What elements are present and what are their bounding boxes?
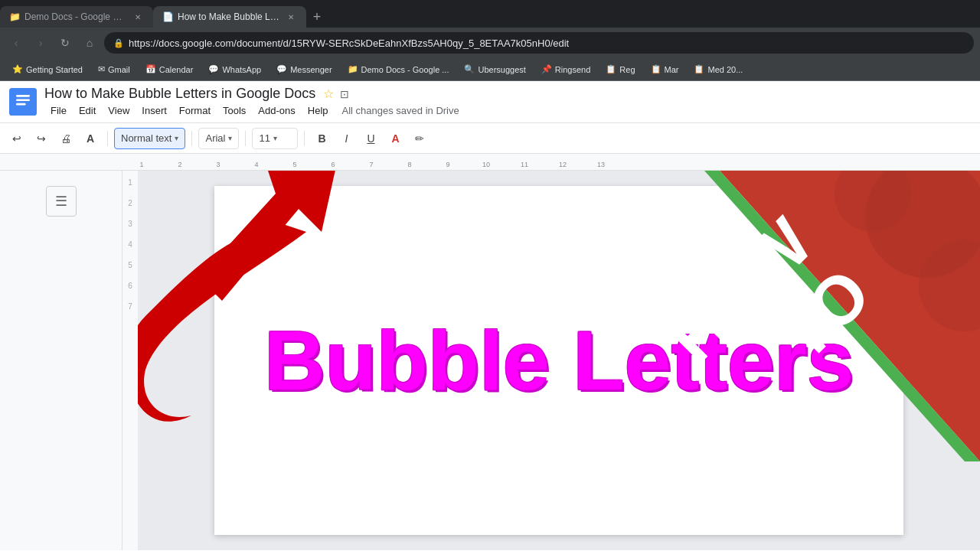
address-text: https://docs.google.com/document/d/15RYW…	[129, 37, 569, 49]
outline-icon[interactable]: ☰	[46, 186, 77, 217]
italic-button[interactable]: I	[335, 128, 357, 149]
bookmark-favicon-6: 📁	[348, 64, 358, 74]
bookmark-ubersuggest[interactable]: 🔍 Ubersuggest	[458, 63, 531, 76]
bookmark-messenger[interactable]: 💬 Messenger	[270, 63, 338, 76]
line-num-5: 5	[128, 261, 132, 269]
ruler-mark-6: 6	[314, 154, 352, 170]
bookmark-favicon-5: 💬	[276, 64, 287, 74]
ruler-mark-1: 1	[122, 154, 161, 170]
bookmarks-bar: ⭐ Getting Started ✉ Gmail 📅 Calendar 💬 W…	[0, 58, 980, 81]
underline-button[interactable]: U	[360, 128, 381, 149]
ruler: 1 2 3 4 5 6 7 8 9 10 11 12 13	[0, 154, 980, 171]
menu-insert[interactable]: Insert	[136, 103, 173, 118]
font-dropdown[interactable]: Arial ▾	[198, 128, 239, 149]
menu-format[interactable]: Format	[173, 103, 217, 118]
undo-button[interactable]: ↩	[6, 128, 28, 149]
docs-title-area: How to Make Bubble Letters in Google Doc…	[44, 86, 971, 118]
ruler-mark-11: 11	[505, 154, 544, 170]
menu-file[interactable]: File	[44, 103, 73, 118]
text-style-arrow: ▾	[175, 134, 178, 142]
tab-drive-close[interactable]: ✕	[132, 11, 144, 23]
present-icon[interactable]: ⊡	[340, 88, 349, 100]
toolbar-sep-1	[107, 131, 108, 146]
tab-bar: 📁 Demo Docs - Google Drive ✕ 📄 How to Ma…	[0, 0, 980, 28]
bookmark-favicon-8: 📌	[541, 64, 552, 74]
bookmark-getting-started[interactable]: ⭐ Getting Started	[6, 63, 89, 76]
bookmark-favicon-3: 📅	[145, 64, 156, 74]
bookmark-demo-docs[interactable]: 📁 Demo Docs - Google ...	[341, 63, 456, 76]
docs-body: ☰ 1 2 3 4 5 6 7 Bubble Letters	[0, 171, 980, 550]
ruler-mark-9: 9	[429, 154, 467, 170]
back-button[interactable]: ‹	[6, 33, 26, 53]
docs-saved-status: All changes saved in Drive	[342, 105, 459, 116]
svg-rect-2	[16, 99, 30, 101]
bookmark-favicon-1: ⭐	[12, 64, 23, 74]
ruler-mark-13: 13	[582, 154, 620, 170]
bubble-letters-text: Bubble Letters	[264, 318, 854, 403]
font-size-label: 11	[259, 132, 270, 144]
tab-docs[interactable]: 📄 How to Make Bubble Letters ... ✕	[153, 6, 306, 28]
line-num-4: 4	[128, 240, 132, 249]
ruler-mark-3: 3	[199, 154, 237, 170]
bookmark-favicon-9: 📋	[606, 64, 616, 74]
bookmark-gmail[interactable]: ✉ Gmail	[92, 63, 136, 76]
ruler-mark-8: 8	[390, 154, 429, 170]
star-icon[interactable]: ☆	[323, 86, 334, 101]
highlight-button[interactable]: ✏	[409, 128, 430, 149]
line-num-6: 6	[128, 282, 132, 290]
tab-docs-label: How to Make Bubble Letters ...	[178, 11, 280, 22]
svg-rect-3	[16, 103, 26, 106]
ruler-mark-5: 5	[276, 154, 314, 170]
bookmark-favicon-2: ✉	[98, 64, 105, 74]
docs-header: How to Make Bubble Letters in Google Doc…	[0, 81, 980, 123]
sidebar-panel: ☰	[0, 171, 122, 550]
docs-container: How to Make Bubble Letters in Google Doc…	[0, 81, 980, 550]
bookmark-ringsend[interactable]: 📌 Ringsend	[535, 63, 596, 76]
text-color-button[interactable]: A	[384, 128, 406, 149]
bookmark-mar[interactable]: 📋 Mar	[645, 63, 685, 76]
font-size-dropdown[interactable]: 11 ▾	[252, 128, 298, 149]
bookmark-whatsapp[interactable]: 💬 WhatsApp	[202, 63, 267, 76]
svg-rect-0	[9, 88, 37, 116]
ruler-mark-12: 12	[544, 154, 582, 170]
line-num-2: 2	[128, 199, 132, 207]
font-label: Arial	[205, 132, 225, 144]
menu-help[interactable]: Help	[302, 103, 335, 118]
ruler-mark-10: 10	[467, 154, 505, 170]
menu-view[interactable]: View	[102, 103, 136, 118]
tab-docs-close[interactable]: ✕	[285, 11, 297, 23]
text-style-dropdown[interactable]: Normal text ▾	[114, 128, 185, 149]
docs-logo	[9, 88, 37, 116]
print-button[interactable]: 🖨	[55, 128, 77, 149]
tab-drive[interactable]: 📁 Demo Docs - Google Drive ✕	[0, 6, 153, 28]
document-page[interactable]: Bubble Letters	[138, 171, 980, 550]
forward-button[interactable]: ›	[31, 33, 51, 53]
bookmark-reg[interactable]: 📋 Reg	[599, 63, 641, 76]
bold-button[interactable]: B	[311, 128, 332, 149]
ruler-mark-2: 2	[161, 154, 199, 170]
address-input[interactable]: 🔒 https://docs.google.com/document/d/15R…	[104, 32, 974, 54]
home-button[interactable]: ⌂	[80, 33, 100, 53]
docs-nav: File Edit View Insert Format Tools Add-o…	[44, 103, 971, 118]
docs-logo-svg	[9, 88, 37, 116]
refresh-button[interactable]: ↻	[55, 33, 75, 53]
menu-edit[interactable]: Edit	[73, 103, 102, 118]
address-bar-row: ‹ › ↻ ⌂ 🔒 https://docs.google.com/docume…	[0, 28, 980, 58]
paint-format-button[interactable]: A	[80, 128, 101, 149]
lock-icon: 🔒	[113, 38, 124, 48]
ruler-inner: 1 2 3 4 5 6 7 8 9 10 11 12 13	[122, 154, 620, 170]
toolbar-sep-2	[191, 131, 192, 146]
bookmark-favicon-7: 🔍	[464, 64, 475, 74]
tab-drive-label: Demo Docs - Google Drive	[24, 11, 127, 22]
bookmark-calendar[interactable]: 📅 Calendar	[139, 63, 200, 76]
menu-tools[interactable]: Tools	[217, 103, 252, 118]
bookmark-med[interactable]: 📋 Med 20...	[688, 63, 749, 76]
redo-button[interactable]: ↪	[31, 128, 52, 149]
docs-toolbar: ↩ ↪ 🖨 A Normal text ▾ Arial ▾ 11 ▾ B I U…	[0, 123, 980, 154]
menu-addons[interactable]: Add-ons	[252, 103, 301, 118]
line-num-7: 7	[128, 302, 132, 311]
docs-title: How to Make Bubble Letters in Google Doc…	[44, 86, 315, 102]
new-tab-button[interactable]: +	[306, 6, 328, 28]
font-arrow: ▾	[228, 134, 232, 142]
toolbar-sep-4	[304, 131, 305, 146]
